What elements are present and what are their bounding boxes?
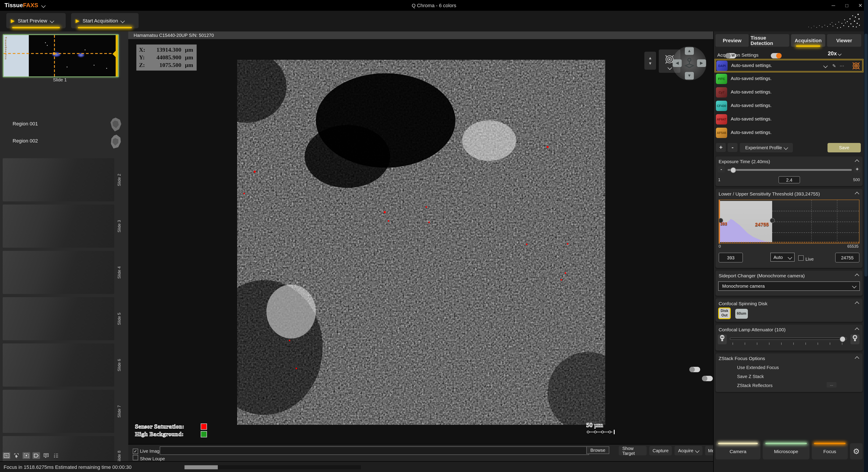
collapse-chevron-icon[interactable] bbox=[855, 328, 859, 332]
step-up-icon[interactable]: ▲ bbox=[648, 56, 652, 60]
experiment-profile-dropdown[interactable]: Experiment Profile bbox=[740, 143, 793, 153]
more-options-icon[interactable]: ⋯ bbox=[840, 63, 844, 68]
collapse-chevron-icon[interactable] bbox=[855, 356, 859, 361]
step-down-icon[interactable]: ▼ bbox=[648, 61, 652, 66]
add-channel-button[interactable]: + bbox=[716, 143, 726, 152]
z-value: 1075.500 bbox=[148, 61, 181, 69]
joystick-icon[interactable] bbox=[684, 57, 695, 70]
exposure-plus-button[interactable]: + bbox=[854, 166, 861, 173]
start-preview-button[interactable]: ▶ Start Preview bbox=[6, 13, 66, 28]
cursor-select-icon[interactable] bbox=[12, 452, 20, 459]
zstack-reflectors-button[interactable]: ... bbox=[827, 382, 837, 387]
microscopy-image[interactable] bbox=[237, 60, 605, 425]
marquee-grid-icon[interactable] bbox=[23, 452, 30, 459]
file-path-input[interactable] bbox=[160, 446, 589, 455]
tab-preview[interactable]: Preview bbox=[715, 34, 749, 47]
camera-button[interactable]: Camera bbox=[715, 443, 761, 460]
slide-4-thumbnail[interactable] bbox=[3, 251, 114, 294]
channel-badge: FITC bbox=[716, 74, 727, 84]
collapse-chevron-icon[interactable] bbox=[855, 192, 859, 196]
exposure-slider[interactable] bbox=[727, 169, 852, 171]
lower-threshold-input[interactable] bbox=[719, 252, 743, 263]
tab-viewer[interactable]: Viewer bbox=[827, 34, 861, 47]
show-target-button[interactable]: Show Target bbox=[619, 446, 647, 456]
save-button[interactable]: Save bbox=[828, 143, 861, 153]
objective-chevron-down-icon[interactable] bbox=[667, 65, 672, 70]
channel-row-af647[interactable]: AF647 Auto-saved settings. bbox=[715, 114, 863, 126]
lamp-slider[interactable] bbox=[730, 338, 847, 340]
zoom-percent-icon[interactable]: % bbox=[3, 452, 10, 459]
focus-button[interactable]: Focus bbox=[812, 443, 848, 460]
exposure-value-input[interactable] bbox=[778, 176, 800, 183]
region-row[interactable]: Region 002 bbox=[0, 133, 128, 150]
x-label: X: bbox=[139, 46, 148, 54]
start-acquisition-button[interactable]: ▶ Start Acquisition bbox=[71, 13, 138, 28]
capture-button[interactable]: Capture bbox=[649, 446, 672, 456]
notes-icon[interactable] bbox=[42, 452, 50, 459]
slide-1-caption: Slide 1 bbox=[0, 77, 120, 82]
remove-channel-button[interactable]: - bbox=[727, 143, 738, 152]
extended-focus-toggle[interactable] bbox=[689, 367, 700, 372]
stage-right-button[interactable]: ▶ bbox=[697, 59, 706, 67]
stage-left-button[interactable]: ◀ bbox=[673, 59, 682, 67]
acquire-button[interactable]: Acquire bbox=[675, 446, 703, 456]
browse-button[interactable]: Browse bbox=[586, 446, 610, 454]
save-z-stack-toggle[interactable] bbox=[702, 376, 713, 381]
slide-7-thumbnail[interactable] bbox=[3, 390, 114, 433]
saturation-color-swatch bbox=[201, 423, 207, 430]
tab-tissue-detection[interactable]: Tissue Detection bbox=[750, 34, 789, 47]
objective-selector[interactable]: 20x bbox=[828, 50, 841, 57]
upper-threshold-handle[interactable] bbox=[770, 218, 775, 223]
maximize-button[interactable]: □ bbox=[840, 0, 854, 11]
slide-1-preview[interactable]: TissueGnostics bbox=[3, 34, 119, 77]
channel-target-icon[interactable] bbox=[852, 62, 860, 70]
region-label: Region 001 bbox=[12, 121, 38, 126]
channel-row-cy7[interactable]: Cy7 Auto-saved settings. bbox=[715, 87, 863, 98]
show-loupe-checkbox[interactable]: Show Loupe bbox=[133, 454, 165, 462]
disk-60um-button[interactable]: 60um bbox=[735, 309, 748, 319]
exposure-minus-button[interactable]: - bbox=[718, 166, 725, 173]
settings-gear-button[interactable]: ⚙ bbox=[850, 443, 863, 460]
list-view-icon[interactable] bbox=[52, 452, 60, 459]
slide-2-thumbnail[interactable] bbox=[3, 158, 114, 201]
channel-row-cf430[interactable]: CF430 Auto-saved settings. bbox=[715, 100, 863, 112]
start-preview-chevron-down-icon[interactable] bbox=[50, 19, 54, 23]
channel-row-fitc[interactable]: FITC Auto-saved settings. bbox=[715, 73, 863, 85]
slide-6-thumbnail[interactable] bbox=[3, 343, 114, 386]
edit-pencil-icon[interactable]: ✎ bbox=[832, 63, 836, 68]
lamp-brighten-button[interactable] bbox=[850, 334, 860, 344]
microscope-button[interactable]: Microscope bbox=[763, 443, 809, 460]
acquire-chevron-down-icon[interactable] bbox=[695, 448, 700, 453]
collapse-chevron-icon[interactable] bbox=[855, 159, 859, 164]
region-row[interactable]: Region 001 bbox=[0, 116, 128, 133]
sideport-select[interactable]: Monochrome camera bbox=[718, 281, 860, 291]
slide-5-thumbnail[interactable] bbox=[3, 297, 114, 340]
channel-enable-toggle[interactable] bbox=[771, 53, 781, 59]
stage-down-button[interactable]: ▼ bbox=[685, 72, 694, 79]
tab-acquisition[interactable]: Acquisition bbox=[791, 34, 825, 47]
lamp-slider-knob[interactable] bbox=[840, 336, 845, 342]
live-image-checkbox[interactable]: ✓Live Image bbox=[133, 446, 162, 454]
sensitivity-histogram[interactable]: 393 24755 bbox=[719, 200, 860, 244]
auto-mode-dropdown[interactable]: Auto bbox=[770, 252, 795, 262]
stage-up-button[interactable]: ▲ bbox=[685, 47, 694, 55]
disk-out-button[interactable]: Disk Out bbox=[718, 307, 731, 319]
upper-threshold-input[interactable] bbox=[835, 252, 860, 263]
live-threshold-checkbox[interactable]: Live bbox=[798, 255, 814, 263]
minimize-button[interactable]: ─ bbox=[827, 0, 840, 11]
collapse-chevron-icon[interactable] bbox=[855, 273, 859, 278]
polygon-region-icon[interactable] bbox=[32, 452, 40, 459]
exposure-max: 500 bbox=[853, 177, 860, 182]
scrollbar-thumb[interactable] bbox=[864, 34, 868, 276]
channel-chevron-down-icon[interactable] bbox=[823, 64, 828, 68]
channel-row-dapi[interactable]: DAPI Auto-saved settings. ✎ ⋯ bbox=[715, 60, 863, 71]
start-acquisition-chevron-down-icon[interactable] bbox=[121, 19, 125, 23]
panel-scrollbar[interactable] bbox=[864, 0, 868, 472]
exposure-slider-knob[interactable] bbox=[730, 167, 736, 173]
focus-stepper[interactable]: ▲ ▼ bbox=[644, 52, 656, 70]
channel-row-af546[interactable]: AF546 Auto-saved settings. bbox=[715, 127, 863, 139]
collapse-chevron-icon[interactable] bbox=[855, 301, 859, 306]
lamp-dim-button[interactable] bbox=[718, 334, 727, 344]
white-balance-toggle[interactable]: W bbox=[725, 53, 736, 59]
slide-3-thumbnail[interactable] bbox=[3, 205, 114, 248]
